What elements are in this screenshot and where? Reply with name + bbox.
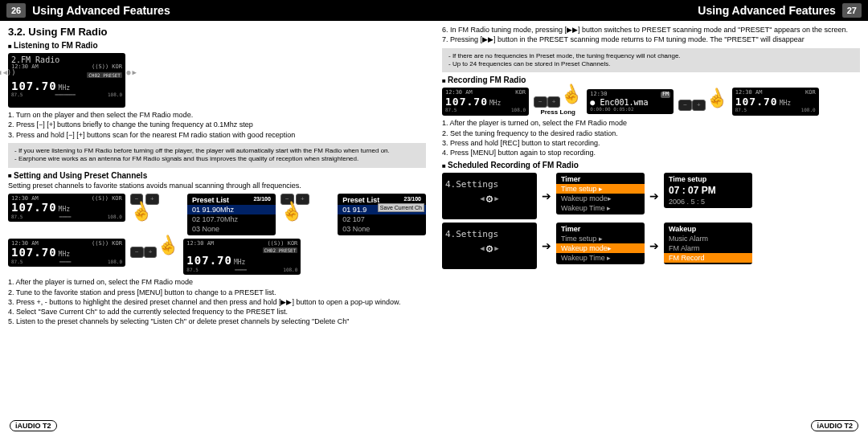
lcd-rec-file: 12:30FM ● Enc001.wma 0:00:00 0:05:02 (587, 89, 674, 114)
time-setup-screen: Time setup 07 : 07 PM 2006 . 5 : 5 (664, 173, 752, 208)
left-page-number: 26 (6, 3, 26, 18)
arrow-icon: ➔ (542, 239, 551, 252)
settings-screen: 4.Settings ◀⚙▶ (442, 173, 537, 219)
subheading-listening: Listening to FM Radio (8, 41, 426, 50)
intro-text: Setting preset channels to favorite stat… (8, 182, 426, 190)
right-header: Using Advanced Features 27 (434, 0, 868, 21)
note-box: - If you were listening to FM Radio befo… (8, 143, 426, 168)
left-title: Using Advanced Features (32, 4, 170, 17)
footer-right: iAUDIO T2 (811, 422, 858, 430)
arrow-icon: ➔ (542, 190, 551, 202)
footer-left: iAUDIO T2 (10, 422, 57, 430)
lcd-rec-2: 12:30 AMKOR 107.70MHz 87.5108.0 (732, 88, 819, 116)
right-title: Using Advanced Features (698, 4, 835, 17)
subheading-scheduled: Scheduled Recording of FM Radio (442, 161, 860, 170)
right-page-number: 27 (842, 3, 862, 18)
subheading-recording: Recording FM Radio (442, 76, 860, 84)
arrow-icon: ➔ (649, 190, 659, 202)
wakeup-menu: Wakeup Music Alarm FM Alarm FM Record (664, 223, 752, 264)
step: 3. Press and hold [−] [+] buttons scan f… (8, 131, 426, 140)
press-long-label: Press Long (534, 108, 582, 116)
fm-radio-screen: 2.FM Radio 12:30 AM((S)) KOR CH02 PRESET… (8, 53, 125, 108)
lcd-small-preset: 12:30 AM((S)) KOR CH02 PRESET 107.70MHz … (183, 239, 301, 276)
subheading-preset: Setting and Using Preset Channels (8, 171, 426, 180)
arrow-icon: ➔ (649, 239, 659, 252)
lcd-small: 12:30 AM((S)) KOR 107.70MHz 87.5━━━━108.… (8, 194, 125, 223)
lcd-rec-1: 12:30 AMKOR 107.70MHz 87.5108.0 (442, 88, 529, 116)
lcd-small: 12:30 AM((S)) KOR 107.70MHz 87.5━━━━108.… (8, 239, 125, 268)
settings-screen: 4.Settings ◀⚙▶ (442, 223, 537, 269)
timer-menu: Timer Time setup ▸ Wakeup mode▸ Wakeup T… (556, 173, 645, 214)
step: 1. Turn on the player and then select th… (8, 111, 426, 120)
left-header: 26 Using Advanced Features (0, 0, 434, 21)
note-box: - If there are no frequencies in Preset … (442, 48, 860, 73)
step: 2. Press [−] [+] buttons briefly to chan… (8, 121, 426, 129)
timer-menu-2: Timer Time setup ▸ Wakeup mode▸ Wakeup T… (556, 223, 645, 264)
save-popup: Save Current Ch (378, 203, 424, 212)
preset-list: Preset List23/100 01 91.90Mhz 02 107.70M… (187, 194, 276, 235)
section-title: 3.2. Using FM Radio (8, 26, 426, 38)
preset-list-save: Preset List23/100 01 91.9 02 107 03 None… (338, 194, 426, 235)
